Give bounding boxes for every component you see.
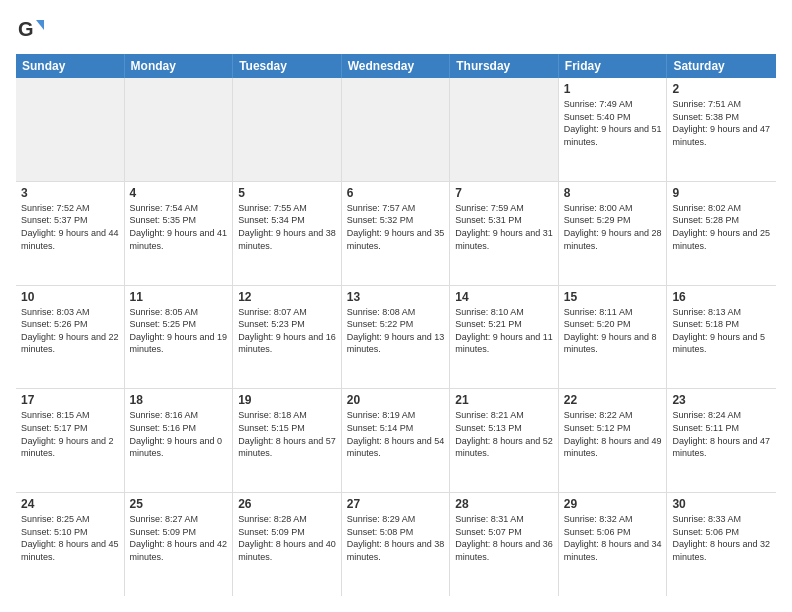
calendar-cell-empty (16, 78, 125, 181)
day-number: 15 (564, 290, 662, 304)
page-header: G (16, 16, 776, 44)
calendar-cell-empty (125, 78, 234, 181)
day-info: Sunrise: 8:16 AM Sunset: 5:16 PM Dayligh… (130, 409, 228, 459)
day-number: 8 (564, 186, 662, 200)
calendar-cell-day: 20Sunrise: 8:19 AM Sunset: 5:14 PM Dayli… (342, 389, 451, 492)
calendar-cell-day: 25Sunrise: 8:27 AM Sunset: 5:09 PM Dayli… (125, 493, 234, 596)
calendar-cell-day: 5Sunrise: 7:55 AM Sunset: 5:34 PM Daylig… (233, 182, 342, 285)
day-info: Sunrise: 8:25 AM Sunset: 5:10 PM Dayligh… (21, 513, 119, 563)
calendar-header-cell: Wednesday (342, 54, 451, 78)
day-number: 3 (21, 186, 119, 200)
day-number: 25 (130, 497, 228, 511)
day-info: Sunrise: 8:08 AM Sunset: 5:22 PM Dayligh… (347, 306, 445, 356)
day-info: Sunrise: 8:32 AM Sunset: 5:06 PM Dayligh… (564, 513, 662, 563)
day-number: 29 (564, 497, 662, 511)
day-number: 13 (347, 290, 445, 304)
day-number: 6 (347, 186, 445, 200)
day-number: 12 (238, 290, 336, 304)
calendar-header-cell: Saturday (667, 54, 776, 78)
day-info: Sunrise: 8:11 AM Sunset: 5:20 PM Dayligh… (564, 306, 662, 356)
day-number: 5 (238, 186, 336, 200)
day-number: 18 (130, 393, 228, 407)
calendar-cell-day: 29Sunrise: 8:32 AM Sunset: 5:06 PM Dayli… (559, 493, 668, 596)
calendar-cell-day: 30Sunrise: 8:33 AM Sunset: 5:06 PM Dayli… (667, 493, 776, 596)
day-info: Sunrise: 8:05 AM Sunset: 5:25 PM Dayligh… (130, 306, 228, 356)
logo-icon: G (16, 16, 44, 44)
day-info: Sunrise: 7:57 AM Sunset: 5:32 PM Dayligh… (347, 202, 445, 252)
day-info: Sunrise: 8:21 AM Sunset: 5:13 PM Dayligh… (455, 409, 553, 459)
day-info: Sunrise: 7:49 AM Sunset: 5:40 PM Dayligh… (564, 98, 662, 148)
day-number: 27 (347, 497, 445, 511)
calendar: SundayMondayTuesdayWednesdayThursdayFrid… (16, 54, 776, 596)
calendar-cell-day: 1Sunrise: 7:49 AM Sunset: 5:40 PM Daylig… (559, 78, 668, 181)
day-info: Sunrise: 8:10 AM Sunset: 5:21 PM Dayligh… (455, 306, 553, 356)
day-info: Sunrise: 8:19 AM Sunset: 5:14 PM Dayligh… (347, 409, 445, 459)
day-info: Sunrise: 8:03 AM Sunset: 5:26 PM Dayligh… (21, 306, 119, 356)
day-info: Sunrise: 8:15 AM Sunset: 5:17 PM Dayligh… (21, 409, 119, 459)
day-number: 7 (455, 186, 553, 200)
day-number: 10 (21, 290, 119, 304)
calendar-row: 1Sunrise: 7:49 AM Sunset: 5:40 PM Daylig… (16, 78, 776, 182)
calendar-row: 10Sunrise: 8:03 AM Sunset: 5:26 PM Dayli… (16, 286, 776, 390)
calendar-cell-day: 6Sunrise: 7:57 AM Sunset: 5:32 PM Daylig… (342, 182, 451, 285)
day-number: 4 (130, 186, 228, 200)
calendar-row: 3Sunrise: 7:52 AM Sunset: 5:37 PM Daylig… (16, 182, 776, 286)
calendar-cell-day: 8Sunrise: 8:00 AM Sunset: 5:29 PM Daylig… (559, 182, 668, 285)
day-info: Sunrise: 7:59 AM Sunset: 5:31 PM Dayligh… (455, 202, 553, 252)
calendar-cell-day: 15Sunrise: 8:11 AM Sunset: 5:20 PM Dayli… (559, 286, 668, 389)
day-info: Sunrise: 8:22 AM Sunset: 5:12 PM Dayligh… (564, 409, 662, 459)
logo: G (16, 16, 48, 44)
day-info: Sunrise: 7:52 AM Sunset: 5:37 PM Dayligh… (21, 202, 119, 252)
calendar-cell-day: 12Sunrise: 8:07 AM Sunset: 5:23 PM Dayli… (233, 286, 342, 389)
calendar-cell-day: 16Sunrise: 8:13 AM Sunset: 5:18 PM Dayli… (667, 286, 776, 389)
calendar-header-cell: Sunday (16, 54, 125, 78)
calendar-header-cell: Thursday (450, 54, 559, 78)
calendar-cell-day: 22Sunrise: 8:22 AM Sunset: 5:12 PM Dayli… (559, 389, 668, 492)
day-number: 17 (21, 393, 119, 407)
calendar-cell-day: 23Sunrise: 8:24 AM Sunset: 5:11 PM Dayli… (667, 389, 776, 492)
calendar-cell-empty (342, 78, 451, 181)
day-info: Sunrise: 8:29 AM Sunset: 5:08 PM Dayligh… (347, 513, 445, 563)
svg-marker-1 (36, 20, 44, 30)
calendar-header-cell: Tuesday (233, 54, 342, 78)
calendar-cell-day: 14Sunrise: 8:10 AM Sunset: 5:21 PM Dayli… (450, 286, 559, 389)
calendar-cell-day: 26Sunrise: 8:28 AM Sunset: 5:09 PM Dayli… (233, 493, 342, 596)
day-number: 22 (564, 393, 662, 407)
calendar-cell-day: 4Sunrise: 7:54 AM Sunset: 5:35 PM Daylig… (125, 182, 234, 285)
svg-text:G: G (18, 18, 34, 40)
day-number: 1 (564, 82, 662, 96)
day-number: 28 (455, 497, 553, 511)
calendar-cell-day: 7Sunrise: 7:59 AM Sunset: 5:31 PM Daylig… (450, 182, 559, 285)
calendar-cell-day: 10Sunrise: 8:03 AM Sunset: 5:26 PM Dayli… (16, 286, 125, 389)
day-info: Sunrise: 8:28 AM Sunset: 5:09 PM Dayligh… (238, 513, 336, 563)
day-number: 23 (672, 393, 771, 407)
day-number: 16 (672, 290, 771, 304)
calendar-cell-day: 21Sunrise: 8:21 AM Sunset: 5:13 PM Dayli… (450, 389, 559, 492)
day-number: 24 (21, 497, 119, 511)
day-info: Sunrise: 8:13 AM Sunset: 5:18 PM Dayligh… (672, 306, 771, 356)
day-info: Sunrise: 8:00 AM Sunset: 5:29 PM Dayligh… (564, 202, 662, 252)
day-number: 9 (672, 186, 771, 200)
calendar-cell-day: 11Sunrise: 8:05 AM Sunset: 5:25 PM Dayli… (125, 286, 234, 389)
day-info: Sunrise: 8:31 AM Sunset: 5:07 PM Dayligh… (455, 513, 553, 563)
calendar-cell-day: 9Sunrise: 8:02 AM Sunset: 5:28 PM Daylig… (667, 182, 776, 285)
day-info: Sunrise: 8:18 AM Sunset: 5:15 PM Dayligh… (238, 409, 336, 459)
calendar-cell-empty (450, 78, 559, 181)
day-number: 20 (347, 393, 445, 407)
calendar-cell-day: 27Sunrise: 8:29 AM Sunset: 5:08 PM Dayli… (342, 493, 451, 596)
calendar-header-cell: Friday (559, 54, 668, 78)
calendar-cell-day: 24Sunrise: 8:25 AM Sunset: 5:10 PM Dayli… (16, 493, 125, 596)
day-info: Sunrise: 8:33 AM Sunset: 5:06 PM Dayligh… (672, 513, 771, 563)
day-number: 14 (455, 290, 553, 304)
day-number: 21 (455, 393, 553, 407)
day-info: Sunrise: 8:02 AM Sunset: 5:28 PM Dayligh… (672, 202, 771, 252)
day-number: 2 (672, 82, 771, 96)
calendar-cell-day: 13Sunrise: 8:08 AM Sunset: 5:22 PM Dayli… (342, 286, 451, 389)
day-info: Sunrise: 8:07 AM Sunset: 5:23 PM Dayligh… (238, 306, 336, 356)
calendar-header: SundayMondayTuesdayWednesdayThursdayFrid… (16, 54, 776, 78)
calendar-body: 1Sunrise: 7:49 AM Sunset: 5:40 PM Daylig… (16, 78, 776, 596)
day-info: Sunrise: 7:51 AM Sunset: 5:38 PM Dayligh… (672, 98, 771, 148)
calendar-cell-day: 18Sunrise: 8:16 AM Sunset: 5:16 PM Dayli… (125, 389, 234, 492)
calendar-cell-empty (233, 78, 342, 181)
day-number: 30 (672, 497, 771, 511)
